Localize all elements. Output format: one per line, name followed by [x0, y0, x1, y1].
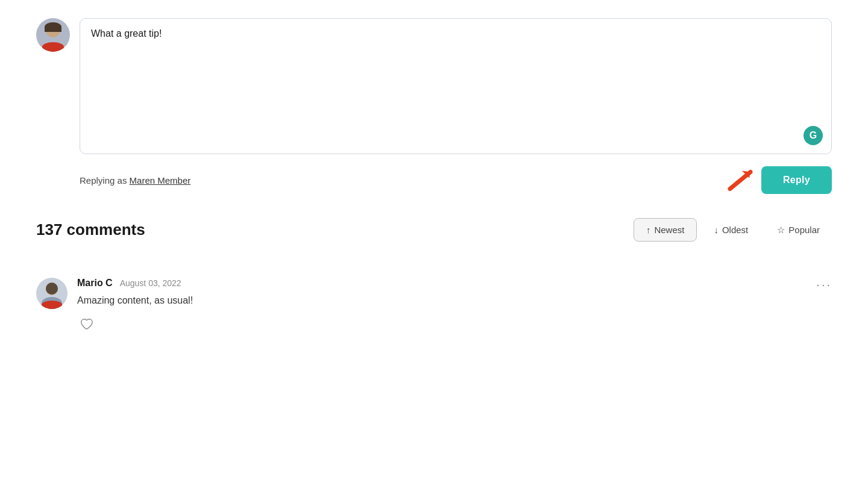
avatar-body	[42, 42, 64, 52]
reply-button[interactable]: Reply	[761, 166, 832, 194]
sort-oldest-icon: ↓	[714, 225, 719, 235]
reply-row: Replying as Maren Member Reply	[36, 166, 832, 194]
comments-count: 137 comments	[36, 220, 145, 239]
comment-date: August 03, 2022	[120, 278, 181, 288]
heart-icon	[80, 317, 93, 331]
comment-author-avatar	[36, 278, 68, 309]
sort-oldest-label: Oldest	[722, 225, 748, 235]
comment-body: Mario C August 03, 2022 Amazing content,…	[77, 278, 193, 333]
reply-button-wrapper: Reply	[761, 166, 832, 194]
comment-text: Amazing content, as usual!	[77, 293, 193, 308]
replying-as-text: Replying as Maren Member	[80, 175, 190, 186]
comment-item: Mario C August 03, 2022 Amazing content,…	[36, 266, 832, 345]
comment-textarea[interactable]: What a great tip!	[80, 19, 831, 151]
sort-newest-icon: ↑	[646, 225, 651, 235]
comment-textarea-wrapper: What a great tip! G	[80, 18, 832, 154]
comment-avatar-face	[46, 283, 58, 295]
sort-popular-icon: ☆	[777, 225, 785, 236]
sort-oldest-button[interactable]: ↓ Oldest	[702, 219, 760, 241]
comment-actions	[77, 315, 193, 333]
comments-list: Mario C August 03, 2022 Amazing content,…	[36, 266, 832, 345]
sort-popular-label: Popular	[788, 225, 820, 235]
sort-options: ↑ Newest ↓ Oldest ☆ Popular	[634, 218, 832, 242]
sort-popular-button[interactable]: ☆ Popular	[765, 219, 832, 242]
comment-author-name: Mario C	[77, 278, 113, 289]
avatar-hair	[45, 22, 61, 32]
sort-newest-button[interactable]: ↑ Newest	[634, 218, 697, 242]
comment-meta: Mario C August 03, 2022	[77, 278, 193, 289]
current-user-avatar	[36, 18, 70, 52]
comment-more-options[interactable]: ···	[816, 278, 832, 292]
like-button[interactable]	[77, 315, 95, 333]
comment-avatar-body	[42, 301, 62, 309]
comment-item-inner: Mario C August 03, 2022 Amazing content,…	[36, 266, 193, 345]
comment-input-section: What a great tip! G	[36, 18, 832, 154]
arrow-indicator	[725, 163, 758, 198]
grammarly-icon[interactable]: G	[804, 126, 823, 145]
comments-header: 137 comments ↑ Newest ↓ Oldest ☆ Popular	[36, 218, 832, 242]
sort-newest-label: Newest	[654, 225, 684, 235]
replying-as-user-link[interactable]: Maren Member	[130, 175, 191, 186]
